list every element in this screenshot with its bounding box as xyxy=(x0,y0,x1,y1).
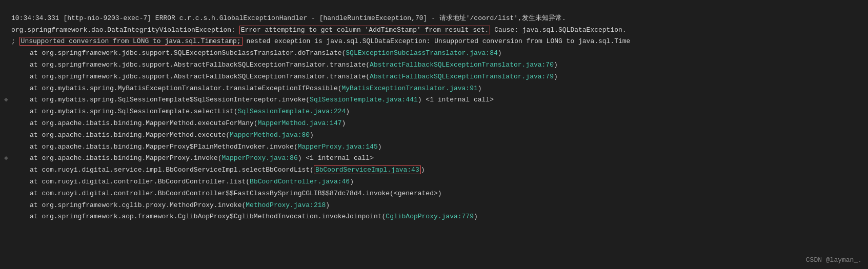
log-text: ) xyxy=(346,108,350,115)
gutter-marker xyxy=(4,200,11,211)
log-text: at com.ruoyi.digital.service.impl.BbCoor… xyxy=(30,166,314,174)
gutter-marker xyxy=(4,107,11,117)
log-text: at org.apache.ibatis.binding.MapperMetho… xyxy=(30,119,258,127)
stack-link[interactable]: CglibAopProxy.java:779 xyxy=(386,213,474,220)
gutter-marker xyxy=(4,72,11,82)
gutter-marker xyxy=(4,84,11,94)
log-text: ) xyxy=(478,85,482,92)
stack-link[interactable]: MapperProxy.java:86 xyxy=(221,154,297,162)
log-text: at com.ruoyi.digital.controller.BbCoordC… xyxy=(30,178,250,185)
log-text: at com.ruoyi.digital.controller.BbCoordC… xyxy=(30,190,442,197)
stack-link[interactable]: SqlSessionTemplate.java:441 xyxy=(310,96,418,104)
log-text: ) xyxy=(554,73,558,80)
stack-link[interactable]: MapperProxy.java:145 xyxy=(298,143,378,151)
log-line: org.springframework.dao.DataIntegrityVio… xyxy=(4,25,864,36)
stack-link[interactable]: BbCoordServiceImpl.java:43 xyxy=(315,166,419,174)
log-line: at org.apache.ibatis.binding.MapperProxy… xyxy=(4,141,864,153)
log-text: at org.apache.ibatis.binding.MapperMetho… xyxy=(30,131,230,139)
log-line: at org.apache.ibatis.binding.MapperMetho… xyxy=(4,118,864,130)
gutter-marker xyxy=(4,13,11,24)
log-text: at org.springframework.jdbc.support.Abst… xyxy=(30,73,370,80)
log-text: at org.apache.ibatis.binding.MapperProxy… xyxy=(30,154,221,162)
gutter-marker xyxy=(4,118,11,129)
log-line: at org.springframework.jdbc.support.Abst… xyxy=(4,59,864,71)
log-text: ) xyxy=(326,201,330,209)
gutter-marker xyxy=(4,48,11,59)
stack-link[interactable]: BbCoordController.java:46 xyxy=(250,178,350,185)
log-text: at org.springframework.jdbc.support.Abst… xyxy=(30,61,370,69)
log-line: at com.ruoyi.digital.controller.BbCoordC… xyxy=(4,188,864,200)
log-text: org.springframework.dao.DataIntegrityVio… xyxy=(11,26,239,34)
log-line: at org.mybatis.spring.SqlSessionTemplate… xyxy=(4,106,864,118)
gutter-marker xyxy=(4,130,11,141)
log-text: at org.springframework.cglib.proxy.Metho… xyxy=(30,201,246,209)
log-line: ; Unsupported conversion from LONG to ja… xyxy=(4,36,864,48)
log-line: at com.ruoyi.digital.controller.BbCoordC… xyxy=(4,176,864,188)
gutter-marker xyxy=(4,25,11,36)
log-text: ) xyxy=(554,61,558,69)
log-text: at org.springframework.jdbc.support.SQLE… xyxy=(30,49,346,57)
gutter-marker xyxy=(4,212,11,222)
log-text: ) <1 internal call> xyxy=(298,154,374,162)
log-text: at org.mybatis.spring.MyBatisExceptionTr… xyxy=(30,85,342,92)
log-text: ) xyxy=(498,49,502,57)
gutter-marker xyxy=(4,165,11,176)
log-text: 10:34:34.331 [http-nio-9203-exec-7] ERRO… xyxy=(11,14,566,22)
gutter-marker xyxy=(4,142,11,153)
log-text: at org.springframework.aop.framework.Cgl… xyxy=(30,213,386,220)
stack-link[interactable]: SqlSessionTemplate.java:224 xyxy=(238,108,346,115)
log-text: ) xyxy=(474,213,478,220)
log-text: ) xyxy=(378,143,382,151)
log-line: at org.mybatis.spring.MyBatisExceptionTr… xyxy=(4,83,864,95)
log-text: ) xyxy=(350,178,354,185)
stack-link[interactable]: AbstractFallbackSQLExceptionTranslator.j… xyxy=(370,61,554,69)
log-text: at org.mybatis.spring.SqlSessionTemplate… xyxy=(30,96,310,104)
stack-link[interactable]: SQLExceptionSubclassTranslator.java:84 xyxy=(346,49,497,57)
log-text: ) xyxy=(310,131,314,139)
stack-link[interactable]: MyBatisExceptionTranslator.java:91 xyxy=(342,85,478,92)
log-container: 10:34:34.331 [http-nio-9203-exec-7] ERRO… xyxy=(0,0,868,225)
log-text: ) xyxy=(421,166,425,174)
gutter-marker xyxy=(4,189,11,199)
stack-link[interactable]: AbstractFallbackSQLExceptionTranslator.j… xyxy=(370,73,554,80)
log-text: at org.mybatis.spring.SqlSessionTemplate… xyxy=(30,108,238,115)
stack-link[interactable]: MapperMethod.java:147 xyxy=(258,119,342,127)
log-text: ; xyxy=(11,37,19,45)
log-line: ◆at org.apache.ibatis.binding.MapperProx… xyxy=(4,153,864,164)
log-line: at org.apache.ibatis.binding.MapperMetho… xyxy=(4,130,864,141)
gutter-marker: ◆ xyxy=(4,153,11,164)
log-text: nested exception is java.sql.SQLDataExce… xyxy=(243,37,631,45)
gutter-marker xyxy=(4,177,11,188)
highlighted-text: BbCoordServiceImpl.java:43 xyxy=(314,165,421,174)
gutter-marker xyxy=(4,36,11,47)
gutter-marker: ◆ xyxy=(4,95,11,106)
highlighted-text: Unsupported conversion from LONG to java… xyxy=(19,37,243,46)
highlighted-text: Error attempting to get column 'AddTimeS… xyxy=(239,26,491,34)
stack-link[interactable]: MethodProxy.java:218 xyxy=(246,201,326,209)
log-line: at org.springframework.jdbc.support.Abst… xyxy=(4,71,864,83)
gutter-marker xyxy=(4,60,11,71)
log-line: 10:34:34.331 [http-nio-9203-exec-7] ERRO… xyxy=(4,13,864,25)
log-text: Cause: java.sql.SQLDataException. xyxy=(490,26,626,34)
log-text: ) <1 internal call> xyxy=(418,96,494,104)
log-line: at org.springframework.cglib.proxy.Metho… xyxy=(4,200,864,212)
log-line: at org.springframework.jdbc.support.SQLE… xyxy=(4,48,864,59)
log-line: ◆at org.mybatis.spring.SqlSessionTemplat… xyxy=(4,94,864,106)
stack-link[interactable]: MapperMethod.java:80 xyxy=(230,131,310,139)
log-text: at org.apache.ibatis.binding.MapperProxy… xyxy=(30,143,298,151)
log-line: at org.springframework.aop.framework.Cgl… xyxy=(4,211,864,223)
log-line: at com.ruoyi.digital.service.impl.BbCoor… xyxy=(4,164,864,176)
log-text: ) xyxy=(342,119,346,127)
watermark: CSDN @layman_. xyxy=(806,255,862,266)
